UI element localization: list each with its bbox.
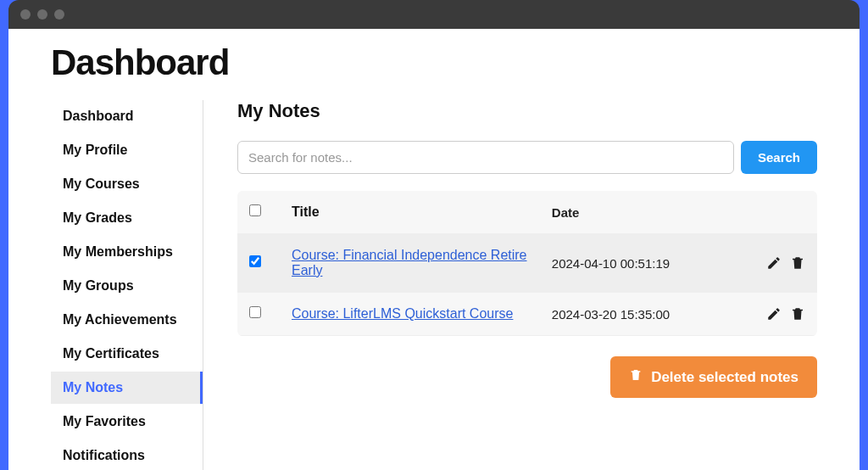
search-input[interactable] <box>237 141 734 174</box>
table-header-row: Title Date <box>237 191 817 234</box>
row-checkbox[interactable] <box>249 306 261 318</box>
footer-actions: Delete selected notes <box>237 356 817 398</box>
delete-selected-button[interactable]: Delete selected notes <box>610 356 817 398</box>
sidebar-item-my-favorites[interactable]: My Favorites <box>51 406 203 438</box>
row-checkbox[interactable] <box>249 255 261 267</box>
window-titlebar <box>8 0 860 29</box>
table-row: Course: LifterLMS Quickstart Course 2024… <box>237 293 817 336</box>
edit-icon[interactable] <box>766 255 782 271</box>
sidebar: Dashboard My Profile My Courses My Grade… <box>51 100 203 470</box>
sidebar-item-my-notes[interactable]: My Notes <box>51 372 203 404</box>
window-dot-maximize[interactable] <box>54 9 64 20</box>
sidebar-item-my-achievements[interactable]: My Achievements <box>51 304 203 336</box>
main-content: My Notes Search Title Date Course: Finan… <box>237 100 817 470</box>
trash-icon <box>629 368 643 386</box>
note-title-link[interactable]: Course: LifterLMS Quickstart Course <box>292 306 513 321</box>
search-bar: Search <box>237 141 817 174</box>
trash-icon[interactable] <box>790 255 805 271</box>
sidebar-item-dashboard[interactable]: Dashboard <box>51 100 203 132</box>
sidebar-item-my-groups[interactable]: My Groups <box>51 270 203 302</box>
search-button[interactable]: Search <box>741 141 817 174</box>
note-date: 2024-04-10 00:51:19 <box>552 256 737 271</box>
page-title: Dashboard <box>51 42 817 83</box>
note-date: 2024-03-20 15:35:00 <box>552 307 737 322</box>
sidebar-item-my-courses[interactable]: My Courses <box>51 168 203 200</box>
sidebar-item-my-grades[interactable]: My Grades <box>51 202 203 234</box>
sidebar-item-notifications[interactable]: Notifications <box>51 439 203 470</box>
window-dot-close[interactable] <box>20 9 31 20</box>
window-dot-minimize[interactable] <box>37 9 47 20</box>
sidebar-item-my-profile[interactable]: My Profile <box>51 134 203 166</box>
column-header-title: Title <box>292 204 552 220</box>
window-body: Dashboard Dashboard My Profile My Course… <box>8 29 860 470</box>
select-all-checkbox[interactable] <box>249 204 261 216</box>
section-title: My Notes <box>237 100 817 122</box>
column-header-date: Date <box>552 205 737 220</box>
notes-table: Title Date Course: Financial Independenc… <box>237 191 817 336</box>
sidebar-item-my-memberships[interactable]: My Memberships <box>51 236 203 268</box>
sidebar-item-my-certificates[interactable]: My Certificates <box>51 338 203 370</box>
trash-icon[interactable] <box>790 306 805 322</box>
delete-button-label: Delete selected notes <box>651 369 798 386</box>
table-row: Course: Financial Independence Retire Ea… <box>237 234 817 293</box>
edit-icon[interactable] <box>766 306 782 322</box>
note-title-link[interactable]: Course: Financial Independence Retire Ea… <box>292 248 527 277</box>
